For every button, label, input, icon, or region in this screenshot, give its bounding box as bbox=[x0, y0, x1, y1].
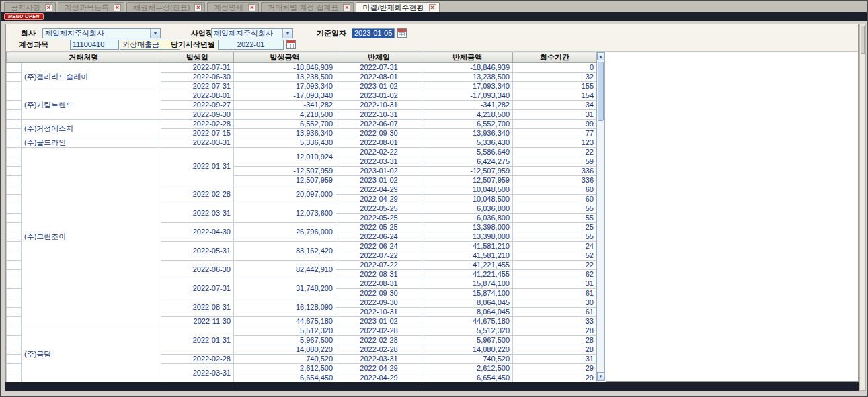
row-selector[interactable] bbox=[7, 279, 22, 289]
settle-date-cell[interactable]: 2022-02-22 bbox=[336, 148, 422, 157]
collect-days-cell[interactable]: 336 bbox=[513, 167, 597, 176]
row-selector[interactable] bbox=[7, 214, 22, 223]
collect-days-cell[interactable]: 28 bbox=[513, 345, 597, 355]
scroll-up-icon[interactable]: ▲ bbox=[597, 52, 604, 60]
settle-date-cell[interactable]: 2023-01-02 bbox=[336, 176, 422, 185]
collect-days-cell[interactable]: 123 bbox=[513, 138, 597, 148]
collect-days-cell[interactable]: 31 bbox=[513, 279, 597, 289]
row-selector[interactable] bbox=[7, 232, 22, 242]
grid-vertical-scrollbar[interactable]: ▲ ▼ bbox=[596, 52, 605, 381]
base-date-field[interactable]: 2023-01-05 bbox=[352, 28, 395, 38]
collect-days-cell[interactable]: 59 bbox=[513, 157, 597, 167]
settle-amount-cell[interactable]: 17,093,340 bbox=[422, 82, 513, 91]
occur-date-cell[interactable]: 2022-11-30 bbox=[161, 317, 234, 326]
row-selector[interactable] bbox=[7, 167, 22, 176]
settle-date-cell[interactable]: 2022-06-24 bbox=[336, 232, 422, 242]
settle-date-cell[interactable]: 2022-07-22 bbox=[336, 261, 422, 270]
column-header[interactable]: 회수기간 bbox=[513, 52, 597, 63]
settle-date-cell[interactable]: 2022-04-29 bbox=[336, 185, 422, 195]
settle-date-cell[interactable]: 2022-07-22 bbox=[336, 251, 422, 261]
occur-amount-cell[interactable]: 20,097,000 bbox=[234, 185, 336, 204]
close-icon[interactable]: × bbox=[429, 4, 436, 11]
settle-date-cell[interactable]: 2022-07-31 bbox=[336, 63, 422, 73]
occur-date-cell[interactable]: 2022-03-31 bbox=[161, 204, 234, 223]
occur-amount-cell[interactable]: 12,073,600 bbox=[234, 204, 336, 223]
occur-amount-cell[interactable]: 12,010,924 bbox=[234, 148, 336, 167]
row-selector[interactable] bbox=[7, 73, 22, 82]
settle-date-cell[interactable]: 2022-02-28 bbox=[336, 326, 422, 336]
row-selector[interactable] bbox=[7, 242, 22, 251]
row-selector[interactable] bbox=[7, 63, 22, 73]
occur-amount-cell[interactable]: -341,282 bbox=[234, 101, 336, 110]
occur-date-cell[interactable]: 2022-08-31 bbox=[161, 298, 234, 317]
settle-amount-cell[interactable]: 6,552,700 bbox=[422, 120, 513, 129]
settle-date-cell[interactable]: 2022-10-31 bbox=[336, 101, 422, 110]
row-selector[interactable] bbox=[7, 110, 22, 120]
occur-amount-cell[interactable]: 13,936,340 bbox=[234, 129, 336, 138]
settle-amount-cell[interactable]: 8,064,045 bbox=[422, 298, 513, 308]
occur-date-cell[interactable]: 2022-09-30 bbox=[161, 110, 234, 120]
tab-3[interactable]: 채권채무장(전표)× bbox=[126, 2, 205, 12]
collect-days-cell[interactable]: 77 bbox=[513, 129, 597, 138]
row-selector[interactable] bbox=[7, 355, 22, 364]
settle-amount-cell[interactable]: 44,675,180 bbox=[422, 317, 513, 326]
settle-amount-cell[interactable]: 13,398,000 bbox=[422, 232, 513, 242]
occur-amount-cell[interactable]: 14,080,220 bbox=[234, 345, 336, 355]
settle-date-cell[interactable]: 2022-04-29 bbox=[336, 195, 422, 204]
customer-name-cell[interactable]: (주)금담 bbox=[22, 326, 161, 383]
settle-amount-cell[interactable]: 2,612,500 bbox=[422, 364, 513, 373]
settle-date-cell[interactable]: 2022-09-30 bbox=[336, 289, 422, 298]
collect-days-cell[interactable]: 60 bbox=[513, 185, 597, 195]
collect-days-cell[interactable]: 155 bbox=[513, 82, 597, 91]
close-icon[interactable]: × bbox=[45, 4, 52, 11]
settle-amount-cell[interactable]: -12,507,959 bbox=[422, 167, 513, 176]
column-header[interactable]: 발생금액 bbox=[234, 52, 336, 63]
settle-date-cell[interactable]: 2022-08-01 bbox=[336, 138, 422, 148]
collect-days-cell[interactable]: 28 bbox=[513, 326, 597, 336]
occur-date-cell[interactable]: 2022-08-01 bbox=[161, 91, 234, 101]
collect-days-cell[interactable]: 31 bbox=[513, 355, 597, 364]
row-selector[interactable] bbox=[7, 176, 22, 185]
occur-amount-cell[interactable]: 2,612,500 bbox=[234, 364, 336, 373]
settle-amount-cell[interactable]: 15,874,100 bbox=[422, 289, 513, 298]
settle-amount-cell[interactable]: -341,282 bbox=[422, 101, 513, 110]
menu-open-button[interactable]: MENU OPEN bbox=[4, 13, 44, 20]
settle-date-cell[interactable]: 2022-08-31 bbox=[336, 270, 422, 279]
tab-1[interactable]: 공지사항× bbox=[4, 2, 56, 12]
row-selector[interactable] bbox=[7, 195, 22, 204]
customer-name-cell[interactable]: (주)골드라인 bbox=[22, 138, 161, 148]
settle-date-cell[interactable]: 2022-08-31 bbox=[336, 279, 422, 289]
collect-days-cell[interactable]: 154 bbox=[513, 91, 597, 101]
settle-amount-cell[interactable]: 10,048,500 bbox=[422, 185, 513, 195]
settle-amount-cell[interactable]: 41,221,455 bbox=[422, 270, 513, 279]
occur-date-cell[interactable]: 2022-01-31 bbox=[161, 326, 234, 355]
collect-days-cell[interactable]: 29 bbox=[513, 373, 597, 383]
customer-name-cell[interactable]: (주)그린조이 bbox=[22, 148, 161, 326]
row-selector[interactable] bbox=[7, 204, 22, 214]
settle-date-cell[interactable]: 2022-02-28 bbox=[336, 345, 422, 355]
settle-amount-cell[interactable]: 15,874,100 bbox=[422, 279, 513, 289]
settle-date-cell[interactable]: 2022-10-31 bbox=[336, 110, 422, 120]
settle-amount-cell[interactable]: 6,654,450 bbox=[422, 373, 513, 383]
occur-amount-cell[interactable]: -12,507,959 bbox=[234, 167, 336, 176]
collect-days-cell[interactable]: 34 bbox=[513, 101, 597, 110]
scroll-down-icon[interactable]: ▼ bbox=[597, 372, 604, 380]
row-selector[interactable] bbox=[7, 185, 22, 195]
close-icon[interactable]: × bbox=[248, 4, 255, 11]
row-selector[interactable] bbox=[7, 373, 22, 383]
settle-amount-cell[interactable]: 41,581,210 bbox=[422, 251, 513, 261]
settle-amount-cell[interactable]: 13,398,000 bbox=[422, 223, 513, 232]
row-selector[interactable] bbox=[7, 120, 22, 129]
occur-date-cell[interactable]: 2022-02-28 bbox=[161, 355, 234, 364]
column-header[interactable]: 반제금액 bbox=[422, 52, 513, 63]
occur-amount-cell[interactable]: 12,507,959 bbox=[234, 176, 336, 185]
collect-days-cell[interactable]: 29 bbox=[513, 364, 597, 373]
settle-amount-cell[interactable]: -17,093,340 bbox=[422, 91, 513, 101]
settle-date-cell[interactable]: 2022-06-07 bbox=[336, 120, 422, 129]
tab-5[interactable]: 거래처별 계정 집계표× bbox=[261, 2, 354, 12]
settle-date-cell[interactable]: 2022-04-29 bbox=[336, 364, 422, 373]
window-scrollbar[interactable] bbox=[859, 24, 866, 391]
settle-amount-cell[interactable]: 6,036,800 bbox=[422, 214, 513, 223]
settle-date-cell[interactable]: 2022-05-25 bbox=[336, 214, 422, 223]
occur-amount-cell[interactable]: 13,238,500 bbox=[234, 73, 336, 82]
